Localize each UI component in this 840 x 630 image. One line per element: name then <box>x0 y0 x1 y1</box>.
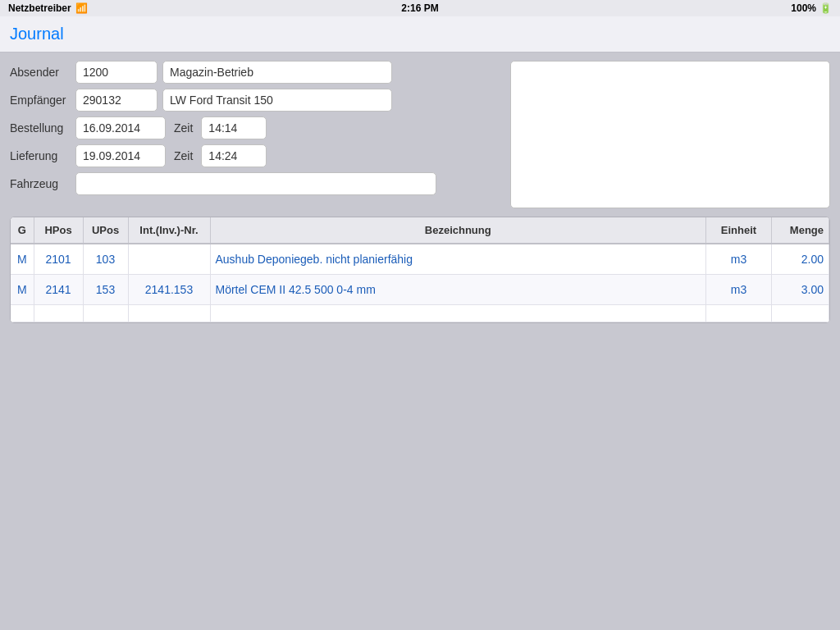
bestellung-zeit-label: Zeit <box>174 121 193 135</box>
table-row: M21411532141.153Mörtel CEM II 42.5 500 0… <box>11 275 829 305</box>
empfaenger-code-input[interactable] <box>75 89 158 112</box>
col-header-g: G <box>11 217 34 244</box>
table-cell <box>128 244 210 275</box>
form-left: Absender Empfänger Bestellung Zeit Liefe… <box>10 61 502 208</box>
wifi-icon: 📶 <box>75 2 88 14</box>
nav-title: Journal <box>10 25 64 43</box>
bestellung-time-input[interactable] <box>201 116 267 139</box>
table-cell <box>210 305 706 322</box>
table-cell: 2141.153 <box>128 275 210 305</box>
table-cell: m3 <box>706 244 772 275</box>
status-right: 100% 🔋 <box>791 2 832 14</box>
col-header-inv: Int.(Inv.)-Nr. <box>128 217 210 244</box>
col-header-hpos: HPos <box>34 217 83 244</box>
table-cell: 2.00 <box>772 244 829 275</box>
empfaenger-name-input[interactable] <box>162 89 392 112</box>
data-table: G HPos UPos Int.(Inv.)-Nr. Bezeichnung E… <box>11 217 829 322</box>
col-header-upos: UPos <box>83 217 128 244</box>
table-cell: Aushub Deponiegeb. nicht planierfähig <box>210 244 706 275</box>
nav-bar: Journal <box>0 16 840 52</box>
table-cell: Mörtel CEM II 42.5 500 0-4 mm <box>210 275 706 305</box>
bestellung-label: Bestellung <box>10 121 75 135</box>
battery-percent: 100% <box>791 2 816 14</box>
table-header-row: G HPos UPos Int.(Inv.)-Nr. Bezeichnung E… <box>11 217 829 244</box>
table-cell: M <box>11 244 34 275</box>
table-container: G HPos UPos Int.(Inv.)-Nr. Bezeichnung E… <box>10 217 830 323</box>
table-cell <box>83 305 128 322</box>
carrier-label: Netzbetreiber <box>8 2 71 14</box>
table-cell: 2101 <box>34 244 83 275</box>
table-cell: 153 <box>83 275 128 305</box>
absender-label: Absender <box>10 66 75 79</box>
empfaenger-label: Empfänger <box>10 94 75 107</box>
battery-icon: 🔋 <box>819 2 832 14</box>
main-content: Absender Empfänger Bestellung Zeit Liefe… <box>0 52 840 630</box>
table-cell: m3 <box>706 275 772 305</box>
table-cell <box>772 305 829 322</box>
fahrzeug-label: Fahrzeug <box>10 177 75 190</box>
empfaenger-row: Empfänger <box>10 89 502 112</box>
status-bar: Netzbetreiber 📶 2:16 PM 100% 🔋 <box>0 0 840 16</box>
status-left: Netzbetreiber 📶 <box>8 2 88 14</box>
lieferung-label: Lieferung <box>10 149 75 162</box>
table-cell <box>128 305 210 322</box>
absender-code-input[interactable] <box>75 61 158 84</box>
lieferung-date-input[interactable] <box>75 144 166 167</box>
table-cell <box>706 305 772 322</box>
col-header-bez: Bezeichnung <box>210 217 706 244</box>
col-header-einheit: Einheit <box>706 217 772 244</box>
absender-row: Absender <box>10 61 502 84</box>
table-cell: 103 <box>83 244 128 275</box>
fahrzeug-row: Fahrzeug <box>10 172 502 195</box>
table-cell: M <box>11 275 34 305</box>
lieferung-row: Lieferung Zeit <box>10 144 502 167</box>
table-cell: 2141 <box>34 275 83 305</box>
col-header-menge: Menge <box>772 217 829 244</box>
fahrzeug-input[interactable] <box>75 172 436 195</box>
table-row <box>11 305 829 322</box>
bestellung-row: Bestellung Zeit <box>10 116 502 139</box>
table-cell <box>34 305 83 322</box>
bestellung-date-input[interactable] <box>75 116 166 139</box>
table-cell <box>11 305 34 322</box>
lieferung-zeit-label: Zeit <box>174 149 193 162</box>
table-cell: 3.00 <box>772 275 829 305</box>
absender-name-input[interactable] <box>162 61 392 84</box>
photo-box[interactable] <box>510 61 830 208</box>
form-container: Absender Empfänger Bestellung Zeit Liefe… <box>10 61 830 208</box>
lieferung-time-input[interactable] <box>201 144 267 167</box>
table-row: M2101103Aushub Deponiegeb. nicht planier… <box>11 244 829 275</box>
status-time: 2:16 PM <box>401 2 438 14</box>
